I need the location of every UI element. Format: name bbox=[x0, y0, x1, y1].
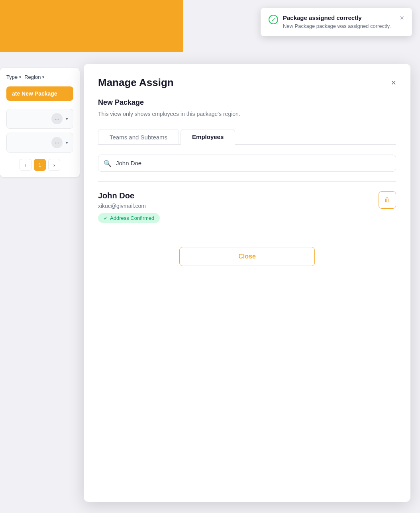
pagination-prev-button[interactable]: ‹ bbox=[20, 159, 31, 171]
region-filter-button[interactable]: Region ▾ bbox=[24, 74, 44, 80]
list-item-dots-button[interactable]: ··· bbox=[51, 137, 63, 148]
toast-close-button[interactable]: × bbox=[400, 14, 404, 22]
address-confirmed-badge: Address Confirmed bbox=[98, 213, 160, 223]
type-filter-label: Type bbox=[6, 74, 18, 80]
list-item-chevron-icon: ▾ bbox=[66, 140, 68, 145]
close-modal-button[interactable]: Close bbox=[179, 247, 315, 266]
modal-title: Manage Assign bbox=[98, 76, 174, 89]
package-description: This view only shows employees in this p… bbox=[98, 111, 396, 117]
trash-icon: 🗑 bbox=[384, 196, 391, 204]
region-chevron-icon: ▾ bbox=[42, 75, 44, 79]
toast-title: Package assigned correctly bbox=[283, 14, 395, 21]
divider bbox=[98, 181, 396, 182]
type-chevron-icon: ▾ bbox=[19, 75, 21, 79]
left-panel: Type ▾ Region ▾ ate New Package ··· ▾ ··… bbox=[0, 68, 80, 177]
list-item: ··· ▾ bbox=[6, 109, 73, 129]
modal-tabs: Teams and Subteams Employees bbox=[98, 128, 396, 145]
employee-info: John Doe xikuc@givmail.com Address Confi… bbox=[98, 191, 160, 223]
region-filter-label: Region bbox=[24, 74, 41, 80]
pagination: ‹ 1 › bbox=[6, 159, 73, 171]
tab-teams-and-subteams[interactable]: Teams and Subteams bbox=[98, 129, 179, 145]
list-item: ··· ▾ bbox=[6, 133, 73, 153]
toast-message: New Package package was assigned correct… bbox=[283, 23, 395, 30]
create-new-package-button[interactable]: ate New Package bbox=[6, 86, 73, 101]
employee-entry: John Doe xikuc@givmail.com Address Confi… bbox=[98, 191, 396, 223]
search-container: 🔍 bbox=[98, 155, 396, 172]
search-input[interactable] bbox=[98, 155, 396, 172]
employee-email: xikuc@givmail.com bbox=[98, 203, 160, 209]
package-name: New Package bbox=[98, 98, 396, 107]
toast-success-icon: ✓ bbox=[269, 15, 278, 24]
tab-employees[interactable]: Employees bbox=[181, 129, 235, 145]
manage-assign-modal: Manage Assign × New Package This view on… bbox=[84, 64, 410, 502]
pagination-current-page[interactable]: 1 bbox=[34, 159, 46, 171]
delete-employee-button[interactable]: 🗑 bbox=[379, 191, 396, 209]
list-item-dots-button[interactable]: ··· bbox=[51, 113, 63, 124]
toast-notification: ✓ Package assigned correctly New Package… bbox=[261, 8, 412, 36]
list-item-chevron-icon: ▾ bbox=[66, 116, 68, 121]
modal-close-button[interactable]: × bbox=[391, 78, 396, 87]
employee-name: John Doe bbox=[98, 191, 160, 200]
filter-row: Type ▾ Region ▾ bbox=[6, 74, 73, 80]
pagination-next-button[interactable]: › bbox=[48, 159, 60, 171]
search-icon: 🔍 bbox=[104, 159, 112, 167]
close-button-wrap: Close bbox=[98, 247, 396, 266]
background-header bbox=[0, 0, 183, 52]
type-filter-button[interactable]: Type ▾ bbox=[6, 74, 21, 80]
modal-header: Manage Assign × bbox=[98, 76, 396, 89]
toast-content: Package assigned correctly New Package p… bbox=[283, 14, 395, 30]
